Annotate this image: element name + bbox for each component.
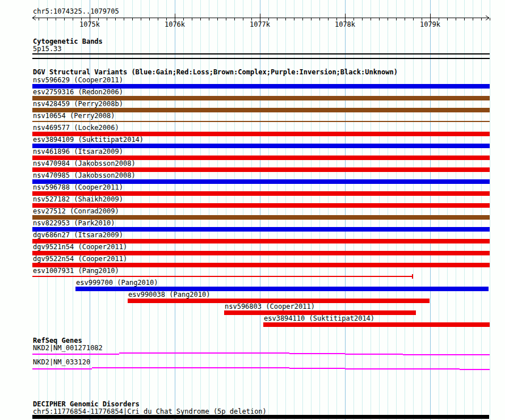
grid-minor-line [166,0,167,420]
grid-minor-line [396,0,397,420]
dgv-variant-label[interactable]: esv3894109 (Suktitipat2014) [33,136,144,144]
grid-minor-line [456,0,456,420]
dgv-variant-label[interactable]: nsv596788 (Cooper2011) [33,184,123,191]
grid-minor-line [200,0,201,420]
grid-minor-line [192,0,192,420]
grid-minor-line [234,0,235,420]
grid-minor-line [481,0,482,420]
dgv-variant-label[interactable]: esv3894110 (Suktitipat2014) [264,315,374,322]
ruler-tick-label: 1079k [420,21,440,28]
grid-minor-line [209,0,209,420]
grid-minor-line [294,0,294,420]
grid-minor-line [362,0,363,420]
dgv-variant-label[interactable]: dgv9522n54 (Cooper2011) [33,255,127,263]
grid-minor-line [217,0,218,420]
refseq-gene-line[interactable] [345,354,403,355]
decipher-disorder-bar[interactable] [32,415,489,419]
grid-minor-line [141,0,141,420]
dgv-variant-bar[interactable] [263,322,490,327]
grid-minor-line [268,0,269,420]
refseq-gene-line[interactable] [289,353,345,354]
dgv-variant-label[interactable]: esv2759316 (Redon2006) [33,89,123,96]
grid-minor-line [336,0,337,420]
cytoband-rect[interactable] [32,53,490,59]
dgv-variant-bar[interactable] [32,276,413,277]
dgv-variant-label[interactable]: dgv9521n54 (Cooper2011) [33,243,127,251]
refseq-gene-label[interactable]: NKD2|NM_033120 [33,359,90,366]
grid-minor-line [226,0,226,420]
dgv-variant-label[interactable]: esv990038 (Pang2010) [128,291,211,299]
ruler-right-arrow-icon [486,16,489,18]
grid-minor-line [371,0,371,420]
grid-minor-line [319,0,320,420]
grid-minor-line [388,0,388,420]
dgv-variant-label[interactable]: nsv469577 (Locke2006) [33,124,119,132]
grid-major-line [260,0,260,420]
grid-minor-line [302,0,303,420]
grid-minor-line [183,0,184,420]
grid-minor-line [311,0,312,420]
refseq-gene-line[interactable] [460,369,490,370]
dgv-variant-label[interactable]: nsv428459 (Perry2008b) [33,100,123,108]
grid-minor-line [379,0,380,420]
dgv-variant-bar[interactable] [32,121,490,122]
refseq-gene-line[interactable] [403,354,490,355]
dgv-variant-label[interactable]: nsv596803 (Cooper2011) [225,303,315,310]
grid-minor-line [405,0,405,420]
ruler-left-arrow-icon [32,16,36,18]
ruler-tick-label: 1078k [335,21,355,28]
grid-minor-line [132,0,133,420]
grid-minor-line [251,0,252,420]
grid-minor-line [277,0,277,420]
dgv-variant-label[interactable]: nsv470984 (Jakobsson2008) [33,160,136,167]
ruler-tick-label: 1077k [250,21,270,28]
refseq-gene-label[interactable]: NKD2|NM_001271082 [33,345,103,352]
grid-minor-line [464,0,465,420]
ruler-right-arrow-icon [486,18,489,20]
grid-major-line [430,0,431,420]
ruler-tick-label: 1075k [79,21,100,28]
dgv-variant-label[interactable]: esv27512 (Conrad2009) [33,208,119,215]
grid-minor-line [447,0,448,420]
dgv-variant-label[interactable]: nsv527182 (Shaikh2009) [33,196,123,203]
dgv-variant-label[interactable]: nsv470985 (Jakobsson2008) [33,172,136,179]
grid-major-line [175,0,175,420]
refseq-gene-line[interactable] [32,354,119,355]
grid-minor-line [473,0,473,420]
dgv-variant-label[interactable]: esv1007931 (Pang2010) [33,267,119,275]
grid-minor-line [413,0,414,420]
refseq-gene-line[interactable] [345,368,460,369]
genome-browser-view: chr5:1074325..1079705 1075k1076k1077k107… [0,0,505,420]
refseq-gene-line[interactable] [32,368,92,369]
dgv-variant-label[interactable]: nsv822953 (Park2010) [33,220,115,227]
ruler-left-arrow-icon [32,18,36,20]
grid-minor-line [243,0,243,420]
grid-minor-line [124,0,124,420]
dgv-variant-label[interactable]: nsv10654 (Perry2008) [33,112,115,120]
refseq-gene-line[interactable] [92,367,289,368]
grid-minor-line [285,0,286,420]
grid-minor-line [158,0,158,420]
grid-minor-line [439,0,439,420]
dgv-variant-label[interactable]: esv999700 (Pang2010) [76,279,158,287]
dgv-variant-end-tick [412,274,413,279]
grid-major-line [345,0,346,420]
refseq-gene-line[interactable] [289,368,345,369]
ruler-tick-label: 1076k [165,21,185,28]
grid-minor-line [328,0,329,420]
cytoband-label: 5p15.33 [33,45,62,53]
grid-minor-line [490,0,490,420]
grid-minor-line [149,0,150,420]
dgv-variant-label[interactable]: dgv686n27 (Itsara2009) [33,232,123,239]
dgv-variant-label[interactable]: nsv596629 (Cooper2011) [33,77,123,84]
refseq-gene-line[interactable] [119,352,289,354]
grid-minor-line [422,0,422,420]
grid-minor-line [354,0,354,420]
dgv-track-title: DGV Structural Variants (Blue:Gain;Red:L… [33,69,398,76]
dgv-variant-label[interactable]: nsv461896 (Itsara2009) [33,148,123,156]
